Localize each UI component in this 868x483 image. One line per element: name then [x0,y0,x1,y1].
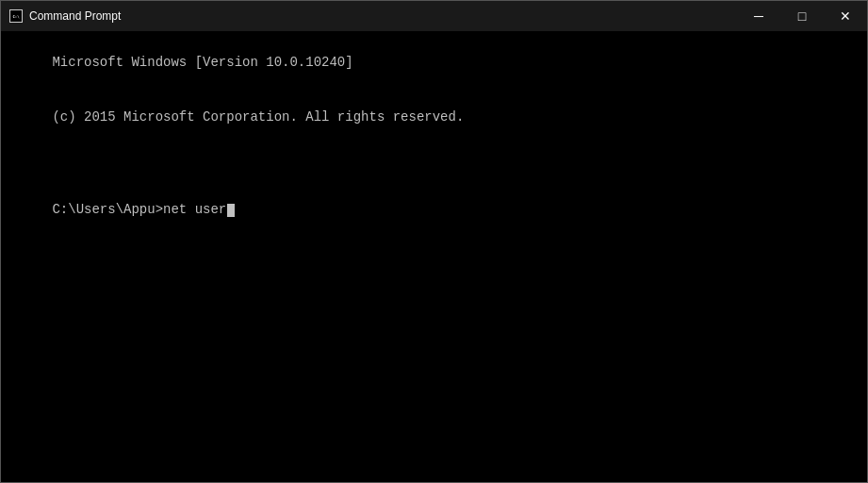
maximize-button[interactable]: □ [780,1,824,31]
console-line-1: Microsoft Windows [Version 10.0.10240] [52,55,352,70]
title-bar-left: Command Prompt [8,8,121,24]
cmd-window: Command Prompt ─ □ ✕ Microsoft Windows [… [0,0,868,483]
title-bar-controls: ─ □ ✕ [737,1,867,31]
cmd-app-icon [8,8,24,24]
title-bar: Command Prompt ─ □ ✕ [1,1,867,31]
console-prompt: C:\Users\Appu>net user [52,202,226,217]
console-area[interactable]: Microsoft Windows [Version 10.0.10240] (… [1,31,867,482]
console-line-2: (c) 2015 Microsoft Corporation. All righ… [52,109,464,125]
window-title: Command Prompt [29,9,121,23]
cursor [227,204,235,217]
console-output: Microsoft Windows [Version 10.0.10240] (… [5,35,863,239]
close-button[interactable]: ✕ [824,1,867,31]
minimize-button[interactable]: ─ [737,1,780,31]
